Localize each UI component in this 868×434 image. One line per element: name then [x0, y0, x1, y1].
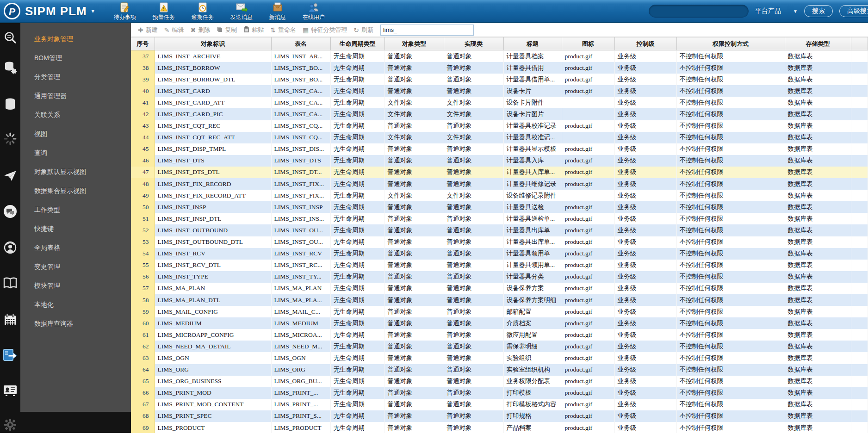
- table-row[interactable]: 65LIMS_ORG_BUSINESSLIMS_ORG_BU...无生命周期普通…: [131, 376, 868, 387]
- database-icon[interactable]: [3, 97, 17, 113]
- sidebar-item[interactable]: 数据集合显示视图: [20, 181, 131, 200]
- paste-button[interactable]: 粘贴: [240, 26, 267, 34]
- refresh-button[interactable]: ↻刷新: [350, 26, 377, 34]
- table-row[interactable]: 41LIMS_INST_CARD_ATTLIMS_INST_CA...无生命周期…: [131, 97, 868, 108]
- copy-button[interactable]: 复制: [213, 26, 240, 34]
- table-row[interactable]: 50LIMS_INST_INSPLIMS_INST_INSP无生命周期普通对象普…: [131, 201, 868, 213]
- chat-icon[interactable]: [3, 204, 18, 221]
- sidebar-item[interactable]: 关联关系: [20, 105, 131, 124]
- table-row[interactable]: 37LIMS_INST_ARCHIVELIMS_INST_AR...无生命周期普…: [131, 50, 868, 62]
- sidebar-item[interactable]: 模块管理: [20, 276, 131, 295]
- broadcast-icon[interactable]: [3, 241, 17, 256]
- database-gear-icon[interactable]: [3, 61, 17, 76]
- table-row[interactable]: 60LIMS_MEDIUMLIMS_MEDIUM无生命周期普通对象普通对象介质档…: [131, 317, 868, 329]
- id-card-icon[interactable]: [3, 384, 18, 399]
- table-row[interactable]: 46LIMS_INST_DTSLIMS_INST_DTS无生命周期普通对象普通对…: [131, 155, 868, 167]
- table-row[interactable]: 67LIMS_PRINT_MOD_CONTENTLIMS_PRINT_...无生…: [131, 399, 868, 410]
- table-row[interactable]: 51LIMS_INST_INSP_DTLLIMS_INST_INS...无生命周…: [131, 213, 868, 224]
- sidebar-item[interactable]: 查询: [20, 143, 131, 162]
- search-scope-dropdown[interactable]: 平台产品 ▼: [755, 7, 798, 15]
- table-row[interactable]: 62LIMS_NEED_MA_DETAILLIMS_NEED_M...无生命周期…: [131, 341, 868, 352]
- column-header[interactable]: 表名: [271, 37, 330, 50]
- sidebar-item[interactable]: 全局表格: [20, 238, 131, 257]
- sidebar-item[interactable]: 工作类型: [20, 200, 131, 219]
- sidebar-item[interactable]: 变更管理: [20, 257, 131, 276]
- table-row[interactable]: 52LIMS_INST_OUTBOUNDLIMS_INST_OU...无生命周期…: [131, 224, 868, 236]
- column-header[interactable]: 实现类: [444, 37, 503, 50]
- table-row[interactable]: 55LIMS_INST_RCV_DTLLIMS_INST_RC...无生命周期普…: [131, 260, 868, 271]
- table-row[interactable]: 40LIMS_INST_CARDLIMS_INST_CA...无生命周期普通对象…: [131, 85, 868, 97]
- app-logo[interactable]: P SIPM PLM ▾: [4, 3, 94, 19]
- table-cell: 不控制任何权限: [676, 271, 785, 283]
- sipm-search-icon[interactable]: [3, 31, 17, 47]
- table-row[interactable]: 57LIMS_MA_PLANLIMS_MA_PLAN无生命周期普通对象普通对象设…: [131, 283, 868, 294]
- table-row[interactable]: 64LIMS_ORGLIMS_ORG无生命周期普通对象普通对象实验室组织机构pr…: [131, 364, 868, 376]
- spacer-cell: [851, 352, 868, 364]
- table-row[interactable]: 54LIMS_INST_RCVLIMS_INST_RCV无生命周期普通对象普通对…: [131, 248, 868, 260]
- table-row[interactable]: 44LIMS_INST_CQT_REC_ATTLIMS_INST_CQ...无生…: [131, 132, 868, 143]
- global-search-input[interactable]: [649, 5, 749, 18]
- table-row[interactable]: 48LIMS_INST_FIX_RECORDLIMS_INST_FIX...无生…: [131, 178, 868, 190]
- table-row[interactable]: 58LIMS_MA_PLAN_DTLLIMS_MA_PLA...无生命周期普通对…: [131, 294, 868, 306]
- column-header[interactable]: 权限控制方式: [676, 37, 785, 50]
- spacer-cell: [851, 143, 868, 155]
- nav-warning-tasks[interactable]: 预警任务: [153, 1, 175, 21]
- table-row[interactable]: 42LIMS_INST_CARD_PICLIMS_INST_CA...无生命周期…: [131, 108, 868, 120]
- table-row[interactable]: 59LIMS_MAIL_CONFIGLIMS_MAIL_C...无生命周期普通对…: [131, 306, 868, 317]
- send-icon[interactable]: [3, 169, 17, 185]
- table-row[interactable]: 47LIMS_INST_DTS_DTLLIMS_INST_DT...无生命周期普…: [131, 167, 868, 178]
- column-header[interactable]: 对象类型: [384, 37, 444, 50]
- feature-class-manage-button[interactable]: ▦特征分类管理: [299, 26, 350, 34]
- sidebar-item[interactable]: 数据库查询器: [20, 314, 131, 333]
- column-header[interactable]: 图标: [562, 37, 614, 50]
- sidebar-item[interactable]: BOM管理: [20, 49, 131, 68]
- settings-gear-icon[interactable]: [3, 418, 17, 434]
- advanced-search-button[interactable]: 高级搜索: [839, 5, 868, 17]
- table-cell: 普通对象: [444, 201, 503, 213]
- book-icon[interactable]: [3, 276, 18, 292]
- nav-send-message[interactable]: 发送消息: [230, 1, 253, 21]
- new-button[interactable]: ✚新建: [135, 26, 161, 34]
- column-header[interactable]: 标题: [503, 37, 562, 50]
- exit-icon[interactable]: [3, 347, 18, 364]
- delete-button[interactable]: ✖删除: [187, 26, 213, 34]
- sidebar-item[interactable]: 对象默认显示视图: [20, 162, 131, 181]
- table-row[interactable]: 61LIMS_MICROAPP_CONFIGLIMS_MICROA...无生命周…: [131, 329, 868, 341]
- sidebar-item[interactable]: 本地化: [20, 295, 131, 314]
- table-cell: 普通对象: [444, 224, 503, 236]
- table-row[interactable]: 68LIMS_PRINT_SPECLIMS_PRINT_S...无生命周期普通对…: [131, 410, 868, 422]
- table-row[interactable]: 43LIMS_INST_CQT_RECLIMS_INST_CQ...无生命周期普…: [131, 120, 868, 132]
- chevron-down-icon[interactable]: ▾: [92, 8, 94, 14]
- table-row[interactable]: 69LIMS_PRODUCTLIMS_PRODUCT无生命周期普通对象普通对象产…: [131, 422, 868, 433]
- column-header[interactable]: 对象标识: [155, 37, 271, 50]
- table-row[interactable]: 45LIMS_INST_DISP_TMPLLIMS_INST_DIS...无生命…: [131, 143, 868, 155]
- column-header[interactable]: 生命周期类型: [330, 37, 384, 50]
- nav-online-users[interactable]: 在线用户: [303, 1, 325, 21]
- nav-overdue-tasks[interactable]: 逾期任务: [192, 1, 214, 21]
- column-header[interactable]: 存储类型: [785, 37, 851, 50]
- edit-button[interactable]: ✎编辑: [161, 26, 187, 34]
- sidebar-item[interactable]: 视图: [20, 124, 131, 143]
- nav-label: 预警任务: [153, 13, 175, 21]
- column-header[interactable]: 序号: [131, 37, 155, 50]
- nav-new-message[interactable]: 新消息: [269, 1, 286, 21]
- sidebar-item[interactable]: 通用管理器: [20, 87, 131, 105]
- nav-todo-items[interactable]: 待办事项: [114, 1, 136, 21]
- search-button[interactable]: 搜索: [804, 5, 833, 17]
- calendar-icon[interactable]: [3, 313, 17, 329]
- rename-button[interactable]: ⇅重命名: [267, 26, 299, 34]
- sidebar-item[interactable]: 业务对象管理: [20, 30, 131, 49]
- table-row[interactable]: 49LIMS_INST_FIX_RECORD_ATTLIMS_INST_FIX.…: [131, 190, 868, 201]
- column-header[interactable]: 控制级: [614, 37, 676, 50]
- spinner-icon[interactable]: [3, 132, 17, 148]
- table-row[interactable]: 56LIMS_INST_TYPELIMS_INST_TY...无生命周期普通对象…: [131, 271, 868, 283]
- sidebar-item[interactable]: 快捷键: [20, 219, 131, 238]
- table-row[interactable]: 53LIMS_INST_OUTBOUND_DTLLIMS_INST_OU...无…: [131, 236, 868, 248]
- table-cell: 普通对象: [384, 178, 444, 190]
- table-row[interactable]: 63LIMS_OGNLIMS_OGN无生命周期普通对象普通对象实验组织produ…: [131, 352, 868, 364]
- filter-input[interactable]: [380, 25, 474, 36]
- table-row[interactable]: 66LIMS_PRINT_MODLIMS_PRINT_...无生命周期普通对象普…: [131, 387, 868, 399]
- table-row[interactable]: 38LIMS_INST_BORROWLIMS_INST_BO...无生命周期普通…: [131, 62, 868, 74]
- table-row[interactable]: 39LIMS_INST_BORROW_DTLLIMS_INST_BO...无生命…: [131, 74, 868, 85]
- sidebar-item[interactable]: 分类管理: [20, 68, 131, 87]
